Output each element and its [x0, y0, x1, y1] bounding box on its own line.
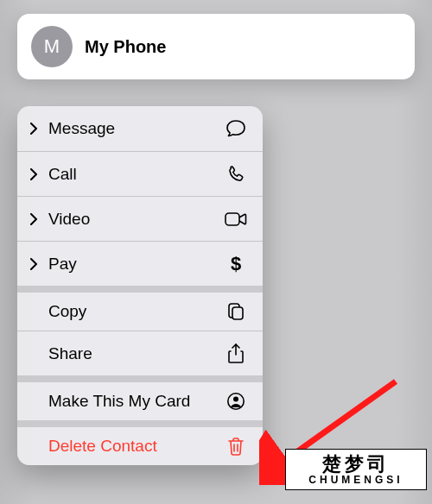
watermark-cn: 楚梦司 — [322, 455, 390, 474]
chevron-right-icon — [29, 258, 45, 270]
avatar-monogram: M — [44, 35, 60, 58]
watermark: 楚梦司 CHUMENGSI — [285, 449, 427, 490]
svg-rect-0 — [226, 213, 239, 225]
context-menu: Message Call Video Pay $ Copy — [17, 106, 263, 465]
svg-point-3 — [233, 397, 238, 402]
menu-item-label: Copy — [48, 302, 225, 321]
contact-name: My Phone — [85, 37, 166, 57]
chevron-right-icon — [29, 123, 45, 135]
trash-icon — [225, 437, 247, 456]
message-bubble-icon — [225, 119, 247, 138]
video-camera-icon — [225, 211, 247, 227]
svg-rect-1 — [232, 307, 243, 319]
menu-item-label: Share — [48, 344, 225, 363]
menu-item-label: Message — [48, 119, 225, 138]
menu-item-video[interactable]: Video — [17, 196, 263, 241]
menu-item-delete-contact[interactable]: Delete Contact — [17, 420, 263, 465]
menu-item-label: Delete Contact — [48, 437, 225, 456]
menu-item-label: Pay — [48, 255, 225, 274]
copy-icon — [225, 302, 247, 321]
chevron-right-icon — [29, 213, 45, 225]
menu-item-share[interactable]: Share — [17, 331, 263, 375]
contact-card[interactable]: M My Phone — [17, 14, 415, 79]
chevron-right-icon — [29, 168, 45, 180]
menu-item-pay[interactable]: Pay $ — [17, 241, 263, 286]
dollar-icon: $ — [225, 253, 247, 275]
phone-icon — [225, 165, 247, 184]
menu-item-copy[interactable]: Copy — [17, 286, 263, 331]
person-circle-icon — [225, 392, 247, 411]
menu-item-call[interactable]: Call — [17, 151, 263, 196]
avatar: M — [31, 26, 73, 67]
menu-item-label: Call — [48, 165, 225, 184]
watermark-pinyin: CHUMENGSI — [308, 475, 403, 485]
menu-item-my-card[interactable]: Make This My Card — [17, 375, 263, 420]
menu-item-label: Video — [48, 210, 225, 229]
menu-item-label: Make This My Card — [48, 392, 225, 411]
menu-item-message[interactable]: Message — [17, 106, 263, 151]
share-icon — [225, 343, 247, 364]
